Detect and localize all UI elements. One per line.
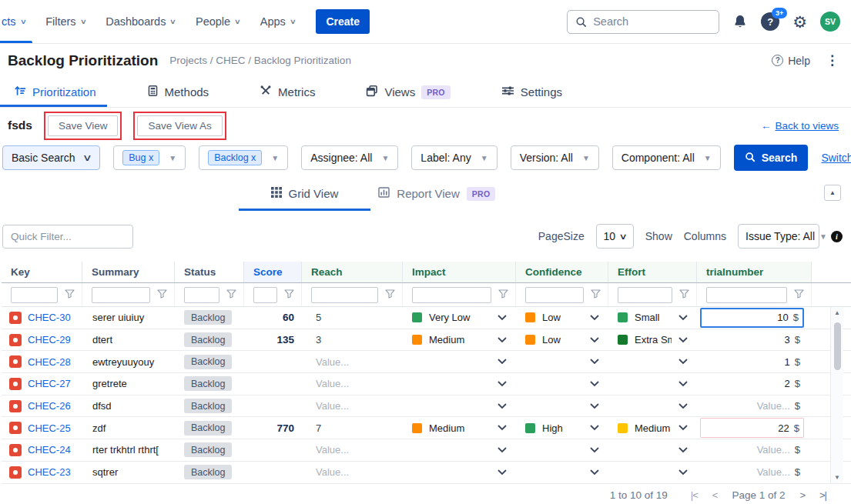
reach-cell[interactable]: Value...	[302, 351, 403, 372]
issue-key-link[interactable]: CHEC-27	[28, 378, 71, 389]
funnel-filter-icon[interactable]	[284, 289, 294, 301]
filter-input-status[interactable]	[184, 287, 219, 303]
confidence-select[interactable]	[516, 351, 608, 372]
first-page-button[interactable]: |<	[691, 489, 698, 501]
kebab-menu-icon[interactable]: ⋮	[826, 52, 839, 68]
issue-key-link[interactable]: CHEC-28	[28, 356, 71, 368]
funnel-filter-icon[interactable]	[794, 289, 804, 301]
search-mode-dropdown[interactable]: Basic Search ∨	[2, 145, 100, 170]
funnel-filter-icon[interactable]	[498, 289, 508, 301]
filter-input-trialnumber[interactable]	[706, 287, 787, 303]
impact-select[interactable]	[403, 351, 516, 372]
impact-select[interactable]: Medium	[403, 417, 516, 439]
effort-select[interactable]	[608, 396, 697, 417]
global-search-input[interactable]	[593, 15, 693, 28]
column-header-trialnumber[interactable]: trialnumber	[697, 262, 812, 282]
last-page-button[interactable]: >|	[819, 489, 826, 501]
scroll-up-icon[interactable]: ▲	[834, 309, 840, 316]
issue-type-chip[interactable]: Bug x	[122, 150, 159, 165]
filter-input-impact[interactable]	[412, 287, 491, 303]
impact-select[interactable]	[403, 373, 516, 395]
quick-filter-input[interactable]	[2, 225, 133, 249]
reach-cell[interactable]: Value...	[302, 439, 403, 461]
column-header-score[interactable]: Score	[244, 262, 302, 282]
back-to-views-link[interactable]: ← Back to views	[761, 120, 839, 132]
trialnumber-cell[interactable]: Value...$	[697, 462, 812, 483]
effort-select[interactable]	[608, 373, 697, 395]
trialnumber-cell[interactable]: 22$	[697, 417, 812, 439]
component-filter-dropdown[interactable]: Component: All ▼	[612, 145, 721, 170]
switch-to-jql-link[interactable]: Switch to JQL	[821, 152, 851, 164]
reach-cell[interactable]: 5	[302, 307, 403, 329]
filter-input-confidence[interactable]	[525, 287, 584, 303]
issue-key-link[interactable]: CHEC-25	[28, 422, 71, 434]
trialnumber-cell[interactable]: 3$	[697, 329, 812, 351]
pagesize-select[interactable]: 10 ∨	[596, 224, 634, 249]
collapse-panel-button[interactable]: ▲	[824, 185, 841, 201]
info-icon[interactable]: i	[831, 231, 843, 242]
funnel-filter-icon[interactable]	[65, 289, 75, 301]
status-chip[interactable]: Backlog x	[208, 150, 262, 165]
reach-cell[interactable]: Value...	[302, 396, 403, 417]
reach-cell[interactable]: 3	[302, 329, 403, 351]
version-filter-dropdown[interactable]: Version: All ▼	[511, 145, 599, 170]
funnel-filter-icon[interactable]	[385, 289, 395, 301]
trialnumber-cell[interactable]: Value...$	[697, 396, 812, 417]
reach-cell[interactable]: Value...	[302, 373, 403, 395]
scrollbar-thumb[interactable]	[834, 322, 841, 370]
tab-metrics[interactable]: Metrics	[260, 77, 315, 107]
column-header-status[interactable]: Status	[175, 262, 244, 282]
funnel-filter-icon[interactable]	[679, 289, 689, 301]
issue-key-link[interactable]: CHEC-29	[28, 334, 71, 345]
confidence-select[interactable]: Low	[516, 307, 608, 329]
confidence-select[interactable]: High	[516, 417, 608, 439]
nav-item-apps[interactable]: Apps ∨	[250, 0, 306, 43]
tab-views[interactable]: Views PRO	[366, 77, 450, 107]
help-icon[interactable]: ?3+	[761, 12, 779, 31]
reach-cell[interactable]: 7	[302, 417, 403, 439]
vertical-scrollbar[interactable]: ▲ ▼	[830, 307, 843, 483]
column-header-confidence[interactable]: Confidence	[516, 262, 608, 282]
issue-key-link[interactable]: CHEC-30	[28, 312, 71, 323]
nav-item-cts[interactable]: cts ∨	[0, 0, 35, 43]
column-header-effort[interactable]: Effort	[608, 262, 697, 282]
nav-item-people[interactable]: People ∨	[186, 0, 250, 43]
search-button[interactable]: Search	[734, 145, 809, 171]
confidence-select[interactable]	[516, 462, 608, 483]
tab-grid-view[interactable]: Grid View	[271, 176, 339, 211]
effort-select[interactable]: Medium	[608, 417, 697, 439]
effort-select[interactable]	[608, 439, 697, 461]
status-filter-dropdown[interactable]: Backlog x ▼	[199, 145, 288, 170]
funnel-filter-icon[interactable]	[226, 289, 236, 301]
save-view-button[interactable]: Save View	[48, 115, 119, 136]
confidence-select[interactable]: Low	[516, 329, 608, 351]
help-link[interactable]: ? Help	[772, 55, 810, 67]
filter-input-key[interactable]	[11, 287, 58, 303]
trialnumber-cell[interactable]: 10$	[697, 307, 812, 329]
confidence-select[interactable]	[516, 439, 608, 461]
tab-prioritization[interactable]: Prioritization	[14, 77, 96, 107]
issue-key-link[interactable]: CHEC-26	[28, 400, 71, 412]
effort-select[interactable]	[608, 351, 697, 372]
nav-item-filters[interactable]: Filters ∨	[35, 0, 95, 43]
tab-report-view[interactable]: Report View PRO	[378, 176, 495, 211]
funnel-filter-icon[interactable]	[591, 289, 601, 301]
prev-page-button[interactable]: <	[712, 489, 718, 501]
show-button[interactable]: Show	[645, 230, 672, 242]
settings-gear-icon[interactable]: ⚙	[792, 14, 807, 30]
impact-select[interactable]	[403, 439, 516, 461]
impact-select[interactable]	[403, 462, 516, 483]
reach-cell[interactable]: Value...	[302, 462, 403, 483]
confidence-select[interactable]	[516, 373, 608, 395]
tab-settings[interactable]: Settings	[501, 77, 562, 107]
funnel-filter-icon[interactable]	[157, 289, 167, 301]
assignee-filter-dropdown[interactable]: Assignee: All ▼	[301, 145, 398, 170]
effort-select[interactable]: Small	[608, 307, 697, 329]
impact-select[interactable]: Very Low	[403, 307, 516, 329]
columns-button[interactable]: Columns	[684, 230, 726, 242]
create-button[interactable]: Create	[316, 9, 370, 34]
issue-key-link[interactable]: CHEC-23	[28, 466, 71, 478]
label-filter-dropdown[interactable]: Label: Any ▼	[411, 145, 497, 170]
column-header-key[interactable]: Key	[2, 262, 82, 282]
tab-methods[interactable]: Methods	[147, 77, 209, 107]
